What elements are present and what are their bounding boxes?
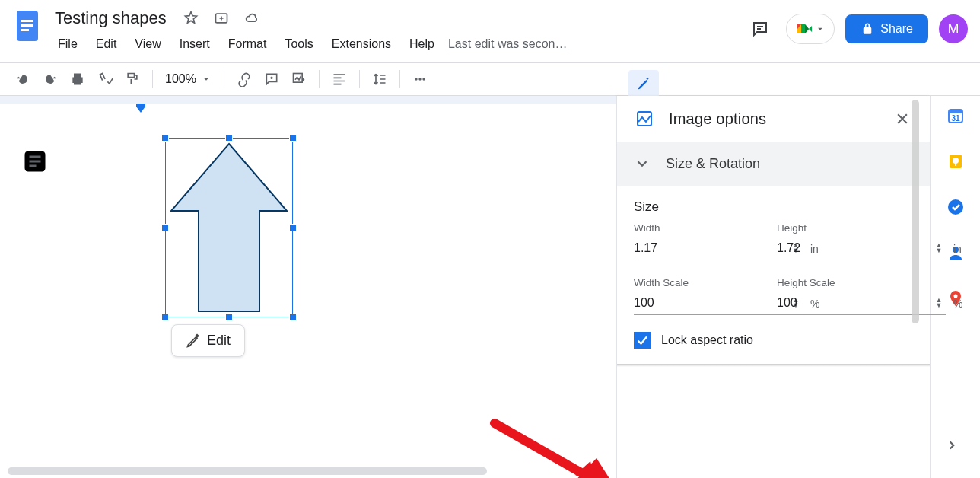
document-title[interactable]: Testing shapes	[50, 7, 171, 30]
height-label: Height	[777, 222, 899, 234]
image-icon[interactable]	[285, 65, 313, 93]
size-label: Size	[634, 199, 913, 215]
indent-marker-icon[interactable]	[133, 104, 148, 113]
image-options-panel: Image options Size & Rotation Size Width…	[616, 96, 930, 478]
share-label: Share	[880, 22, 913, 36]
height-down[interactable]: ▼	[932, 248, 946, 253]
lock-aspect-label: Lock aspect ratio	[661, 333, 753, 347]
resize-handle-w[interactable]	[161, 224, 169, 231]
move-icon[interactable]	[211, 8, 232, 29]
image-options-icon	[634, 108, 655, 129]
resize-handle-nw[interactable]	[161, 134, 169, 142]
align-icon[interactable]	[326, 65, 353, 93]
unit-in: in	[953, 243, 962, 255]
resize-handle-se[interactable]	[289, 314, 297, 321]
width-scale-input[interactable]	[634, 296, 786, 310]
svg-point-25	[948, 199, 963, 215]
svg-rect-1	[21, 20, 33, 22]
svg-rect-18	[638, 112, 651, 126]
edit-button[interactable]: Edit	[171, 324, 245, 357]
menu-file[interactable]: File	[50, 34, 85, 54]
resize-handle-ne[interactable]	[289, 134, 297, 142]
section-size-rotation[interactable]: Size & Rotation	[617, 142, 930, 186]
section-title: Size & Rotation	[666, 156, 760, 172]
pencil-icon	[636, 76, 651, 91]
resize-handle-e[interactable]	[289, 224, 297, 231]
chevron-down-icon	[201, 74, 212, 84]
cloud-status-icon[interactable]	[241, 8, 262, 29]
close-icon[interactable]	[892, 108, 913, 129]
svg-rect-2	[21, 24, 33, 27]
print-icon[interactable]	[64, 65, 91, 93]
paint-format-icon[interactable]	[119, 65, 146, 93]
menu-view[interactable]: View	[127, 34, 168, 54]
main-menu: File Edit View Insert Format Tools Exten…	[50, 32, 745, 56]
comments-icon[interactable]	[745, 14, 775, 44]
width-label: Width	[634, 222, 756, 234]
show-side-panel-icon[interactable]	[939, 432, 965, 458]
svg-rect-3	[21, 29, 29, 31]
menu-help[interactable]: Help	[402, 34, 442, 54]
lock-aspect-checkbox[interactable]	[634, 332, 651, 349]
svg-point-12	[415, 78, 417, 80]
height-scale-input[interactable]	[777, 296, 929, 310]
svg-text:31: 31	[951, 114, 960, 123]
panel-title: Image options	[669, 110, 878, 128]
selected-shape[interactable]	[165, 138, 293, 317]
comment-add-icon[interactable]	[258, 65, 285, 93]
share-button[interactable]: Share	[845, 14, 928, 43]
menu-edit[interactable]: Edit	[88, 34, 125, 54]
svg-point-14	[422, 78, 425, 80]
height-input[interactable]	[777, 241, 929, 255]
zoom-value: 100%	[165, 72, 196, 86]
right-sidebar: 31	[930, 96, 980, 478]
svg-rect-20	[949, 110, 963, 113]
editing-mode-button[interactable]	[628, 70, 659, 97]
svg-marker-16	[575, 461, 616, 478]
annotation-arrow-icon	[487, 355, 616, 478]
undo-icon[interactable]	[9, 65, 37, 93]
last-edit-link[interactable]: Last edit was secon…	[448, 37, 568, 51]
lock-icon	[861, 22, 874, 36]
vertical-scrollbar[interactable]	[912, 100, 919, 323]
menu-insert[interactable]: Insert	[172, 34, 218, 54]
chevron-down-icon	[634, 155, 651, 172]
line-spacing-icon[interactable]	[366, 65, 393, 93]
resize-handle-n[interactable]	[225, 134, 233, 142]
svg-point-23	[953, 158, 959, 164]
meet-button[interactable]	[786, 14, 835, 44]
height-scale-label: Height Scale	[777, 277, 899, 288]
menu-extensions[interactable]: Extensions	[324, 34, 399, 54]
redo-icon[interactable]	[37, 65, 64, 93]
star-icon[interactable]	[180, 8, 202, 29]
menu-format[interactable]: Format	[221, 34, 275, 54]
outline-icon[interactable]	[21, 148, 49, 175]
docs-logo[interactable]	[12, 6, 43, 46]
edit-label: Edit	[207, 333, 231, 349]
svg-marker-10	[809, 26, 812, 32]
keep-icon[interactable]	[945, 151, 966, 172]
avatar[interactable]: M	[939, 14, 968, 43]
more-icon[interactable]	[406, 65, 434, 93]
calendar-icon[interactable]: 31	[945, 105, 966, 126]
menu-tools[interactable]: Tools	[277, 34, 320, 54]
tasks-icon[interactable]	[945, 196, 966, 218]
width-scale-label: Width Scale	[634, 277, 756, 288]
svg-marker-9	[801, 24, 805, 33]
width-input[interactable]	[634, 241, 786, 255]
svg-rect-24	[955, 163, 956, 166]
link-icon[interactable]	[231, 65, 258, 93]
checkmark-icon	[635, 333, 649, 347]
unit-pct: %	[953, 298, 963, 310]
resize-handle-s[interactable]	[225, 314, 233, 321]
spellcheck-icon[interactable]	[91, 65, 119, 93]
svg-point-13	[418, 78, 421, 80]
resize-handle-sw[interactable]	[161, 314, 169, 321]
horizontal-scrollbar[interactable]	[8, 467, 487, 475]
svg-marker-17	[572, 458, 616, 478]
hscale-down[interactable]: ▼	[932, 303, 946, 308]
pencil-icon	[186, 333, 201, 349]
zoom-select[interactable]: 100%	[159, 72, 218, 86]
